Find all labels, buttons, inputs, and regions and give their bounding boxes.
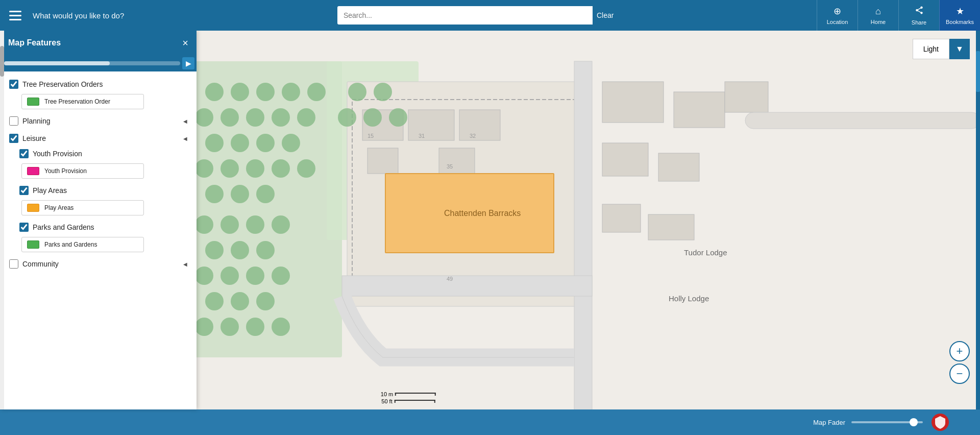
scale-label-10m: 10 m bbox=[381, 391, 393, 397]
svg-text:31: 31 bbox=[419, 133, 425, 139]
share-icon bbox=[915, 6, 924, 17]
svg-point-51 bbox=[220, 267, 239, 285]
hamburger-button[interactable] bbox=[0, 0, 31, 31]
fader-track[interactable] bbox=[851, 421, 923, 423]
svg-text:15: 15 bbox=[368, 133, 374, 139]
location-icon: ⊕ bbox=[834, 6, 841, 17]
leisure-label: Leisure bbox=[22, 134, 179, 142]
planning-header[interactable]: Planning ◀ bbox=[7, 113, 189, 129]
top-actions: ⊕ Location ⌂ Home Share ★ Bookmarks bbox=[817, 0, 980, 31]
tree-preservation-orders-label: Tree Preservation Orders bbox=[22, 80, 187, 88]
location-button[interactable]: ⊕ Location bbox=[817, 0, 857, 31]
svg-rect-18 bbox=[725, 82, 768, 112]
fader-thumb[interactable] bbox=[910, 418, 918, 426]
svg-point-43 bbox=[195, 215, 213, 234]
svg-rect-1 bbox=[194, 61, 342, 357]
svg-point-48 bbox=[231, 241, 249, 259]
play-areas-legend: Play Areas bbox=[21, 200, 144, 215]
share-button[interactable]: Share bbox=[898, 0, 939, 31]
svg-rect-7 bbox=[459, 110, 500, 140]
community-header[interactable]: Community ◀ bbox=[7, 256, 189, 272]
svg-rect-20 bbox=[648, 214, 694, 240]
youth-provision-label: Youth Provision bbox=[33, 150, 187, 158]
panel-right-scrollbar[interactable] bbox=[976, 31, 980, 409]
search-input[interactable] bbox=[337, 6, 593, 25]
svg-rect-15 bbox=[674, 92, 725, 128]
planning-label: Planning bbox=[22, 117, 179, 125]
parks-gardens-header[interactable]: Parks and Gardens bbox=[17, 220, 189, 235]
style-dropdown-button[interactable]: ▼ bbox=[949, 39, 970, 59]
svg-point-57 bbox=[195, 318, 213, 336]
svg-rect-9 bbox=[439, 148, 475, 174]
svg-point-23 bbox=[256, 83, 275, 101]
svg-text:49: 49 bbox=[447, 276, 453, 282]
fader-label: Map Fader bbox=[813, 419, 845, 426]
leisure-arrow-icon: ◀ bbox=[183, 136, 187, 141]
panel-close-button[interactable]: × bbox=[182, 38, 188, 48]
categories-scroll[interactable] bbox=[4, 61, 180, 65]
zoom-controls: + − bbox=[949, 341, 970, 384]
tpo-color-box bbox=[27, 98, 39, 106]
svg-text:Holly Lodge: Holly Lodge bbox=[669, 294, 709, 303]
youth-provision-group: Youth Provision Youth Provision bbox=[7, 146, 189, 179]
style-current: Light bbox=[913, 39, 949, 59]
svg-rect-6 bbox=[408, 110, 454, 140]
categories-scroll-right[interactable]: ▶ bbox=[182, 57, 194, 69]
svg-point-28 bbox=[246, 108, 264, 127]
svg-rect-8 bbox=[368, 148, 398, 174]
play-areas-checkbox[interactable] bbox=[19, 186, 29, 195]
svg-rect-73 bbox=[745, 112, 980, 129]
leisure-header[interactable]: Leisure ◀ bbox=[7, 131, 189, 146]
style-selector: Light ▼ bbox=[913, 39, 970, 59]
svg-point-21 bbox=[205, 83, 224, 101]
svg-point-33 bbox=[256, 134, 275, 152]
svg-point-41 bbox=[231, 185, 249, 203]
svg-point-39 bbox=[297, 159, 315, 178]
leisure-checkbox[interactable] bbox=[9, 134, 18, 143]
youth-provision-color-box bbox=[27, 167, 39, 175]
svg-point-35 bbox=[195, 159, 213, 178]
svg-point-53 bbox=[272, 267, 290, 285]
youth-provision-checkbox[interactable] bbox=[19, 149, 29, 158]
location-label: Location bbox=[827, 19, 848, 25]
svg-point-65 bbox=[389, 108, 407, 127]
svg-point-45 bbox=[246, 215, 264, 234]
zoom-out-button[interactable]: − bbox=[949, 364, 970, 384]
svg-rect-16 bbox=[602, 143, 648, 176]
home-label: Home bbox=[871, 19, 886, 25]
community-arrow-icon: ◀ bbox=[183, 261, 187, 267]
home-button[interactable]: ⌂ Home bbox=[857, 0, 898, 31]
panel-title: Map Features bbox=[8, 38, 61, 47]
clear-button[interactable]: Clear bbox=[597, 11, 614, 19]
svg-point-59 bbox=[246, 318, 264, 336]
bookmarks-label: Bookmarks bbox=[946, 19, 974, 25]
svg-point-27 bbox=[220, 108, 239, 127]
layer-group-community: Community ◀ bbox=[7, 256, 189, 272]
share-label: Share bbox=[912, 19, 926, 26]
community-checkbox[interactable] bbox=[9, 259, 18, 269]
tree-preservation-orders-checkbox[interactable] bbox=[9, 80, 18, 89]
youth-provision-legend-label: Youth Provision bbox=[44, 167, 87, 175]
svg-point-24 bbox=[282, 83, 300, 101]
tree-preservation-orders-header[interactable]: Tree Preservation Orders bbox=[7, 77, 189, 92]
community-label: Community bbox=[22, 260, 179, 268]
bookmarks-button[interactable]: ★ Bookmarks bbox=[939, 0, 980, 31]
planning-arrow-icon: ◀ bbox=[183, 118, 187, 124]
svg-point-62 bbox=[374, 83, 392, 101]
zoom-in-button[interactable]: + bbox=[949, 341, 970, 361]
svg-point-29 bbox=[272, 108, 290, 127]
planning-checkbox[interactable] bbox=[9, 116, 18, 126]
tree-preservation-order-legend: Tree Preservation Order bbox=[21, 94, 144, 109]
layer-group-planning: Planning ◀ bbox=[7, 113, 189, 129]
fader-icon[interactable] bbox=[931, 413, 949, 431]
svg-rect-13 bbox=[342, 276, 592, 296]
play-areas-header[interactable]: Play Areas bbox=[17, 183, 189, 198]
panel-left-scrollbar[interactable] bbox=[0, 31, 4, 409]
youth-provision-header[interactable]: Youth Provision bbox=[17, 146, 189, 161]
parks-gardens-checkbox[interactable] bbox=[19, 223, 29, 232]
svg-point-56 bbox=[256, 292, 275, 310]
categories-bar: ▶ bbox=[0, 55, 197, 71]
svg-point-36 bbox=[220, 159, 239, 178]
svg-point-38 bbox=[272, 159, 290, 178]
layer-group-leisure: Leisure ◀ Youth Provision Youth Provisio… bbox=[7, 131, 189, 252]
